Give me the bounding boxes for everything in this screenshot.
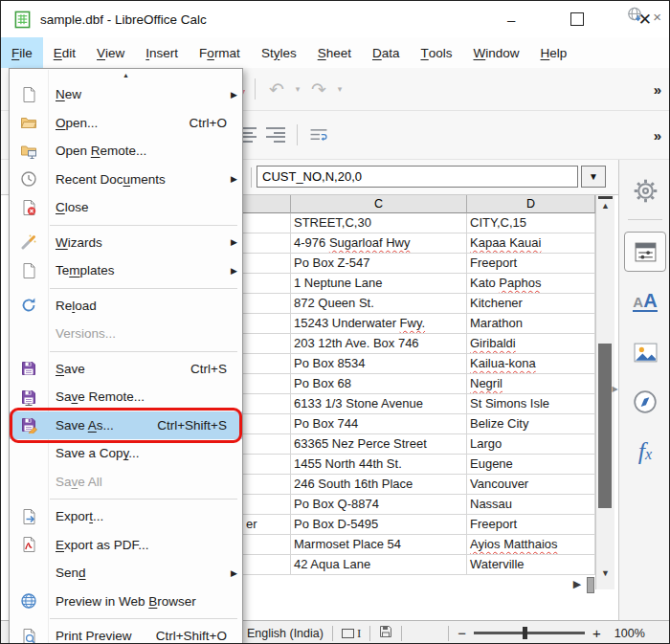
column-header-d[interactable]: D — [467, 195, 595, 213]
cell-c-18[interactable]: 42 Aqua Lane — [291, 555, 467, 575]
cell-d-13[interactable]: Eugene — [467, 455, 595, 475]
zoom-in-button[interactable]: + — [592, 625, 601, 641]
menu-item-save-a-copy[interactable]: Save a Copy... — [10, 439, 242, 468]
input-line[interactable] — [257, 166, 578, 188]
cell-d-18[interactable]: Waterville — [467, 555, 595, 575]
menu-item-export[interactable]: Export... — [10, 502, 242, 531]
scroll-down-arrow[interactable]: ▼ — [596, 568, 614, 578]
cell-c-8[interactable]: Po Box 8534 — [291, 354, 467, 374]
cell-d-11[interactable]: Belize City — [467, 414, 595, 434]
menubar-item-window[interactable]: Window — [463, 37, 530, 68]
menu-item-save-as[interactable]: Save As...Ctrl+Shift+S — [10, 411, 242, 440]
cell-c-1[interactable]: STREET,C,30 — [291, 213, 467, 233]
cell-c-17[interactable]: Marmoset Place 54 — [291, 535, 467, 555]
cell-b-11[interactable] — [243, 414, 291, 434]
cell-d-12[interactable]: Largo — [467, 434, 595, 455]
cell-d-4[interactable]: Kato Paphos — [467, 274, 595, 294]
cell-c-14[interactable]: 246 South 16th Place — [291, 475, 467, 495]
menu-item-wizards[interactable]: Wizards▶ — [10, 229, 242, 257]
scroll-up-arrow[interactable]: ▲ — [596, 201, 614, 211]
menu-item-export-as-pdf[interactable]: Export as PDF... — [10, 531, 242, 560]
menu-item-new[interactable]: New▶ — [10, 80, 242, 109]
cell-b-14[interactable] — [243, 475, 291, 495]
cell-d-16[interactable]: Freeport — [467, 515, 595, 535]
close-document-icon[interactable]: × — [653, 9, 661, 25]
menubar-item-data[interactable]: Data — [362, 37, 411, 68]
split-window-handle[interactable] — [598, 196, 613, 199]
cell-b-1[interactable] — [243, 213, 291, 233]
cell-b-12[interactable] — [243, 434, 291, 455]
cell-c-3[interactable]: Po Box Z-547 — [291, 254, 467, 274]
cell-c-4[interactable]: 1 Neptune Lane — [291, 274, 467, 294]
cell-d-1[interactable]: CITY,C,15 — [467, 213, 595, 233]
sidebar-tab-gallery[interactable] — [625, 333, 665, 371]
cell-b-5[interactable] — [243, 294, 291, 314]
cell-c-9[interactable]: Po Box 68 — [291, 374, 467, 394]
menu-item-templates[interactable]: Templates▶ — [10, 256, 242, 285]
cell-d-6[interactable]: Marathon — [467, 314, 595, 334]
insert-mode-icon[interactable]: I — [342, 626, 361, 641]
column-header-c[interactable]: C — [291, 195, 467, 213]
cell-d-2[interactable]: Kapaa Kauai — [467, 233, 595, 254]
expand-formula-bar-button[interactable]: ▼ — [581, 166, 606, 188]
vertical-scrollbar-thumb[interactable] — [598, 344, 612, 508]
cell-b-3[interactable] — [243, 254, 291, 274]
wrap-text-button[interactable] — [306, 121, 331, 149]
cell-b-4[interactable] — [243, 274, 291, 294]
align-right-button[interactable] — [263, 121, 288, 149]
menu-item-reload[interactable]: Reload — [10, 292, 242, 321]
cell-c-16[interactable]: Po Box D-5495 — [291, 515, 467, 535]
zoom-slider[interactable] — [474, 632, 585, 634]
menu-scroll-up-arrow[interactable]: ▲ — [10, 69, 242, 80]
menu-item-preview-in-web-browser[interactable]: Preview in Web Browser — [10, 588, 242, 616]
menubar-item-insert[interactable]: Insert — [135, 37, 189, 68]
cell-d-15[interactable]: Nassau — [467, 495, 595, 515]
menu-item-save-remote[interactable]: Save Remote... — [10, 383, 242, 411]
cell-b-7[interactable] — [243, 334, 291, 354]
maximize-button[interactable] — [570, 12, 584, 26]
document-modified-icon[interactable] — [379, 625, 392, 641]
cell-b-8[interactable] — [243, 354, 291, 374]
sidebar-tab-properties[interactable] — [624, 232, 666, 272]
menu-item-send[interactable]: Send▶ — [10, 559, 242, 588]
language-status[interactable]: English (India) — [247, 627, 324, 640]
menubar-item-view[interactable]: View — [86, 37, 135, 68]
cell-c-7[interactable]: 203 12th Ave. Box 746 — [291, 334, 467, 354]
cell-d-17[interactable]: Ayios Matthaios — [467, 535, 595, 555]
cell-b-17[interactable] — [243, 535, 291, 555]
cell-c-13[interactable]: 1455 North 44th St. — [291, 455, 467, 475]
dropdown-caret[interactable]: ▾ — [335, 84, 345, 94]
cell-c-6[interactable]: 15243 Underwater Fwy. — [291, 314, 467, 334]
menubar-item-format[interactable]: Format — [189, 37, 251, 68]
zoom-out-button[interactable]: − — [458, 625, 466, 641]
cell-c-5[interactable]: 872 Queen St. — [291, 294, 467, 314]
cell-b-15[interactable] — [243, 495, 291, 515]
cell-d-5[interactable]: Kitchener — [467, 294, 595, 314]
horizontal-scrollbar-thumb[interactable] — [587, 577, 594, 593]
cell-c-12[interactable]: 63365 Nez Perce Street — [291, 434, 467, 455]
scroll-right-arrow[interactable]: ▶ — [570, 576, 585, 592]
menubar-item-help[interactable]: Help — [530, 37, 578, 68]
cell-c-10[interactable]: 6133 1/3 Stone Avenue — [291, 394, 467, 414]
cell-d-3[interactable]: Freeport — [467, 254, 595, 274]
menu-item-print-preview[interactable]: Print PreviewCtrl+Shift+O — [10, 622, 242, 644]
cell-c-11[interactable]: Po Box 744 — [291, 414, 467, 434]
menubar-item-styles[interactable]: Styles — [251, 37, 307, 68]
cell-b-16[interactable]: er — [243, 515, 291, 535]
cell-b-9[interactable] — [243, 374, 291, 394]
sidebar-hide-handle[interactable]: ▶ — [611, 379, 619, 400]
cell-d-7[interactable]: Giribaldi — [467, 334, 595, 354]
column-header-b[interactable] — [243, 195, 291, 213]
sidebar-tab-functions[interactable]: fx — [625, 433, 665, 471]
cell-b-2[interactable] — [243, 233, 291, 254]
cell-c-2[interactable]: 4-976 Sugarloaf Hwy — [291, 233, 467, 254]
redo-button[interactable]: ↷ — [306, 75, 331, 103]
cell-c-15[interactable]: Po Box Q-8874 — [291, 495, 467, 515]
sidebar-tab-navigator[interactable] — [625, 383, 665, 421]
menubar-item-edit[interactable]: Edit — [43, 37, 86, 68]
sidebar-tab-settings-gear[interactable] — [625, 171, 665, 210]
cell-d-8[interactable]: Kailua-kona — [467, 354, 595, 374]
dropdown-caret[interactable]: ▾ — [293, 84, 302, 94]
minimize-button[interactable]: – — [507, 12, 515, 27]
cell-b-13[interactable] — [243, 455, 291, 475]
